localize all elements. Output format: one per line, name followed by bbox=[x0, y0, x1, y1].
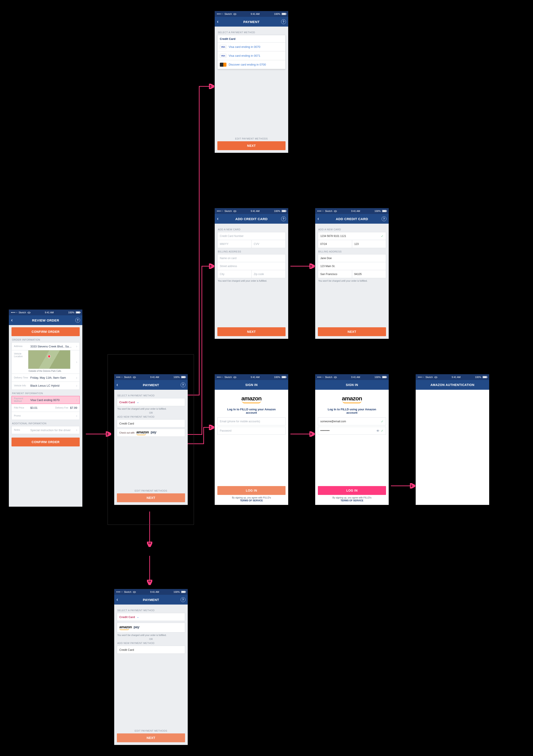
terms-link[interactable]: TERMS OF SERVICE bbox=[240, 499, 263, 502]
help-button[interactable]: ? bbox=[75, 315, 80, 325]
select-amazon-pay[interactable]: amazon pay bbox=[117, 623, 185, 633]
edit-payment-methods[interactable]: EDIT PAYMENT METHODS bbox=[217, 137, 285, 140]
select-credit-card[interactable]: Credit Card ⌄ bbox=[117, 398, 185, 406]
back-button[interactable]: ‹ bbox=[11, 315, 13, 325]
add-credit-card-row[interactable]: Credit Card bbox=[117, 419, 185, 427]
cvv-input[interactable]: CVV bbox=[252, 240, 286, 248]
login-button[interactable]: LOG IN bbox=[318, 486, 386, 495]
check-icon: ✓ bbox=[381, 429, 384, 432]
visa-icon: VISA bbox=[220, 45, 227, 49]
cvv-input[interactable]: 123 bbox=[352, 240, 386, 248]
notes-row[interactable]: Notes Special instruction for the driver… bbox=[12, 426, 80, 434]
battery-icon bbox=[281, 376, 286, 378]
back-button[interactable]: ‹ bbox=[117, 380, 118, 390]
email-input[interactable]: someone@email.com✓ bbox=[318, 418, 386, 425]
saved-card-row[interactable]: VISA Visa card ending in 0070 bbox=[217, 42, 285, 51]
price-value: $3.01 bbox=[30, 406, 55, 409]
amazon-pay-row[interactable]: Check out with amazon pay bbox=[117, 429, 185, 437]
status-time: 9:41 AM bbox=[351, 210, 360, 212]
battery-icon bbox=[76, 311, 80, 313]
next-button[interactable]: NEXT bbox=[318, 327, 386, 336]
back-button[interactable]: ‹ bbox=[217, 17, 219, 27]
address-value: 3333 Stevens Creek Blvd., Sa… bbox=[30, 345, 76, 348]
street-input[interactable]: 123 Main St. bbox=[318, 262, 386, 270]
payment-method-row[interactable]: Payment Method Visa Card ending 0070 › bbox=[12, 396, 80, 404]
next-button[interactable]: NEXT bbox=[217, 141, 285, 150]
delivery-time-label: Delivery Time bbox=[14, 376, 30, 379]
carrier: Sketch bbox=[325, 210, 333, 212]
terms-text: By signing up, you agree with FILLD'sTER… bbox=[318, 496, 386, 502]
card-number-input[interactable]: Credit Card Number bbox=[217, 232, 285, 240]
help-button[interactable]: ? bbox=[181, 595, 185, 605]
zip-input[interactable]: 94105 bbox=[352, 270, 386, 278]
password-input[interactable]: ••••••••••👁✓ bbox=[318, 427, 386, 435]
back-button[interactable]: ‹ bbox=[217, 214, 219, 224]
chevron-right-icon: › bbox=[76, 344, 77, 348]
add-credit-card-row[interactable]: Credit Card bbox=[117, 646, 185, 654]
promo-row[interactable]: Promo › bbox=[12, 412, 80, 420]
saved-card-row[interactable]: Discover card ending in 0700 bbox=[217, 60, 285, 69]
city-input[interactable]: San Francisco bbox=[318, 270, 352, 278]
name-input[interactable]: Name on card bbox=[217, 254, 285, 262]
navbar: SIGN IN bbox=[315, 380, 389, 390]
address-row[interactable]: Address 3333 Stevens Creek Blvd., Sa… › bbox=[12, 342, 80, 350]
carrier: Sketch bbox=[124, 376, 131, 378]
terms-link[interactable]: TERMS OF SERVICE bbox=[340, 499, 363, 502]
carrier: Sketch bbox=[225, 376, 232, 378]
edit-payment-methods[interactable]: EDIT PAYMENT METHODS bbox=[117, 489, 185, 492]
page-title: SIGN IN bbox=[346, 383, 358, 387]
vehicle-location-row[interactable]: Vehicle Location Outside of the Dolores … bbox=[12, 350, 80, 374]
select-method-header: SELECT A PAYMENT METHOD bbox=[117, 609, 185, 612]
screen-signin-empty: Sketch 9:41 AM 100% SIGN IN amazon Log I… bbox=[215, 374, 288, 505]
status-time: 9:41 AM bbox=[351, 376, 360, 378]
city-input[interactable]: City bbox=[217, 270, 252, 278]
login-button[interactable]: LOG IN bbox=[217, 486, 285, 495]
edit-payment-methods[interactable]: EDIT PAYMENT METHODS bbox=[117, 729, 185, 732]
next-button[interactable]: NEXT bbox=[117, 493, 185, 502]
battery-pct: 100% bbox=[173, 376, 180, 378]
next-button[interactable]: NEXT bbox=[217, 327, 285, 336]
vehicle-info-row[interactable]: Vehicle Info Black Lexus LC Hybrid › bbox=[12, 382, 80, 390]
select-method-header: SELECT A PAYMENT METHOD bbox=[117, 394, 185, 397]
name-input[interactable]: Jane Doe bbox=[318, 254, 386, 262]
help-button[interactable]: ? bbox=[181, 380, 185, 390]
help-button[interactable]: ? bbox=[382, 214, 386, 224]
chevron-right-icon: › bbox=[76, 414, 77, 418]
confirm-order-bottom[interactable]: CONFIRM ORDER bbox=[12, 438, 80, 446]
password-input[interactable]: Password bbox=[217, 427, 285, 435]
expiry-input[interactable]: MM/YY bbox=[217, 240, 252, 248]
add-new-card-header: ADD A NEW CARD bbox=[218, 228, 285, 231]
back-button[interactable]: ‹ bbox=[117, 595, 118, 605]
help-button[interactable]: ? bbox=[281, 17, 286, 27]
navbar: ‹ PAYMENT ? bbox=[114, 595, 188, 605]
visa-icon: VISA bbox=[220, 54, 227, 58]
card-number-input[interactable]: 1234 5678 9101 1121 bbox=[318, 232, 386, 240]
battery-pct: 100% bbox=[475, 376, 481, 378]
eye-icon[interactable]: 👁 bbox=[376, 429, 380, 433]
status-time: 9:41 AM bbox=[45, 311, 54, 314]
select-credit-card[interactable]: Credit Card ⌄ bbox=[117, 613, 185, 621]
battery-pct: 100% bbox=[274, 210, 280, 212]
map-thumbnail bbox=[28, 350, 70, 369]
confirm-order-top[interactable]: CONFIRM ORDER bbox=[12, 327, 80, 336]
status-time: 9:41 AM bbox=[150, 591, 159, 593]
billing-header: BILLING ADDRESS bbox=[218, 250, 285, 253]
email-input[interactable]: Email (phone for mobile accounts) bbox=[217, 418, 285, 425]
carrier: Sketch bbox=[225, 13, 232, 15]
zip-input[interactable]: Zip code bbox=[252, 270, 286, 278]
page-title: ADD CREDIT CARD bbox=[336, 217, 368, 221]
street-input[interactable]: Street address bbox=[217, 262, 285, 270]
fee-label: Delivery Fee bbox=[55, 407, 68, 409]
saved-card-row[interactable]: VISA Visa card ending in 0071 bbox=[217, 51, 285, 60]
add-credit-card-label: Credit Card bbox=[119, 648, 134, 652]
delivery-time-row[interactable]: Delivery Time Friday, May 11th, 9am–5am … bbox=[12, 374, 80, 382]
next-button[interactable]: NEXT bbox=[117, 733, 185, 742]
back-button[interactable]: ‹ bbox=[317, 214, 319, 224]
battery-pct: 100% bbox=[274, 376, 280, 378]
help-button[interactable]: ? bbox=[281, 214, 286, 224]
navbar: AMAZON AUTHENTICATION bbox=[416, 380, 489, 390]
battery-icon bbox=[181, 376, 185, 378]
notes-label: Notes bbox=[14, 429, 30, 431]
page-title: PAYMENT bbox=[143, 598, 159, 602]
expiry-input[interactable]: 07/24 bbox=[318, 240, 352, 248]
